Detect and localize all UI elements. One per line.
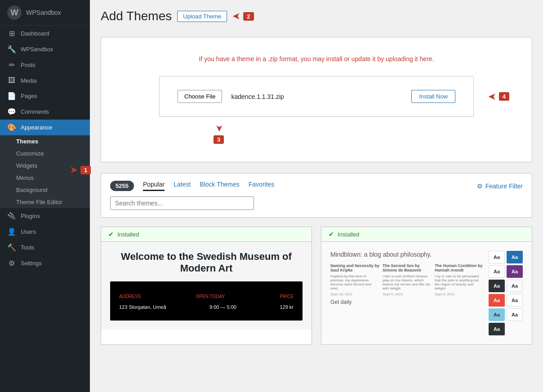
sidebar-item-wpsandbox[interactable]: 🔧 WPSandbox bbox=[0, 41, 90, 57]
sidebar-item-label: Appearance bbox=[21, 124, 52, 131]
aa-box-3: Aa bbox=[489, 265, 505, 278]
tab-block-themes[interactable]: Block Themes bbox=[200, 181, 239, 191]
sidebar-item-media[interactable]: 🖼 Media bbox=[0, 73, 90, 88]
site-name: WPSandbox bbox=[26, 9, 61, 16]
settings-icon: ⚙ bbox=[7, 259, 16, 267]
sidebar-item-themes[interactable]: Themes bbox=[0, 135, 90, 147]
wp-logo-icon: W bbox=[7, 5, 22, 20]
upload-box-wrapper: Choose File kadence.1.1.31.zip Install N… bbox=[115, 76, 518, 117]
tab-favorites[interactable]: Favorites bbox=[249, 181, 275, 191]
sidebar-item-label: Pages bbox=[21, 93, 37, 99]
sidebar-item-dashboard[interactable]: ⊞ Dashboard bbox=[0, 26, 90, 41]
arrow-left-4-icon: ➤ bbox=[488, 91, 496, 102]
article-1-title: Naming and Necessity by Saul Kripke bbox=[330, 263, 379, 272]
page-header: Add Themes Upload Theme ➤ 2 bbox=[101, 9, 532, 23]
main-content: Add Themes Upload Theme ➤ 2 If you have … bbox=[90, 0, 543, 392]
widgets-label: Widgets bbox=[16, 162, 37, 169]
themes-count-badge: 5255 bbox=[110, 181, 134, 191]
sidebar-item-tools[interactable]: 🔨 Tools bbox=[0, 240, 90, 255]
themes-label: Themes bbox=[16, 138, 38, 145]
address-value: 123 Storgatan, Umeå bbox=[119, 304, 166, 310]
preview-table-content: ADDRESS OPEN TODAY PRICE bbox=[119, 290, 294, 303]
site-logo-area: W WPSandbox bbox=[0, 0, 90, 26]
installed-label-2: Installed bbox=[338, 231, 359, 238]
theme-articles-grid: Naming and Necessity by Saul Kripke Insp… bbox=[330, 263, 484, 296]
upload-theme-button[interactable]: Upload Theme bbox=[177, 11, 227, 22]
theme-preview-1: Welcome to the Swedish Museum of Modern … bbox=[101, 242, 312, 330]
sidebar-item-appearance[interactable]: 🎨 Appearance bbox=[0, 120, 90, 135]
upload-section: If you have a theme in a .zip format, yo… bbox=[101, 37, 532, 162]
sidebar-item-label: Media bbox=[21, 77, 36, 84]
sidebar-item-label: Posts bbox=[21, 62, 36, 68]
sidebar-item-settings[interactable]: ⚙ Settings bbox=[0, 255, 90, 271]
annotation-badge-4: 4 bbox=[499, 92, 509, 101]
pages-icon: 📄 bbox=[7, 92, 16, 100]
article-3: The Human Condition by Hannah Arendt I t… bbox=[435, 263, 484, 296]
checkmark-icon-2: ✔ bbox=[329, 231, 334, 238]
theme-2-title: Mindblown: a blog about philosophy. bbox=[330, 251, 484, 258]
annotation-badge-1: 1 bbox=[90, 166, 91, 174]
aa-box-6: Aa bbox=[507, 280, 523, 292]
sidebar-item-users[interactable]: 👤 Users bbox=[0, 224, 90, 240]
sidebar-item-background[interactable]: Background bbox=[0, 184, 90, 196]
plugins-icon: 🔌 bbox=[7, 212, 16, 220]
themes-filter-section: 5255 Popular Latest Block Themes Favorit… bbox=[101, 173, 532, 218]
sidebar-item-menus[interactable]: Menus bbox=[0, 172, 90, 184]
install-now-button[interactable]: Install Now bbox=[411, 90, 455, 103]
preview-data-row: 123 Storgatan, Umeå 9:00 — 5:00 129 kr bbox=[119, 303, 294, 312]
sidebar-item-posts[interactable]: ✏ Posts bbox=[0, 57, 90, 73]
open-today-label: OPEN TODAY bbox=[196, 294, 225, 299]
sidebar-item-comments[interactable]: 💬 Comments bbox=[0, 104, 90, 120]
price-value: 129 kr bbox=[280, 304, 294, 310]
annotation-1-group: ➤ 1 bbox=[90, 164, 91, 176]
article-2-date: Sept 8, 2021 bbox=[383, 292, 432, 296]
search-themes-input[interactable] bbox=[110, 196, 254, 210]
sidebar-item-theme-file-editor[interactable]: Theme File Editor bbox=[0, 196, 90, 208]
checkmark-icon-1: ✔ bbox=[108, 231, 114, 238]
choose-file-button[interactable]: Choose File bbox=[178, 90, 222, 103]
annotation-badge-3: 3 bbox=[214, 135, 224, 144]
filter-tabs-row: 5255 Popular Latest Block Themes Favorit… bbox=[110, 181, 523, 191]
sidebar-item-plugins[interactable]: 🔌 Plugins bbox=[0, 208, 90, 224]
gear-icon: ⚙ bbox=[477, 183, 483, 190]
sidebar-item-widgets[interactable]: Widgets bbox=[0, 160, 90, 172]
theme-file-editor-label: Theme File Editor bbox=[16, 199, 62, 205]
aa-box-4: Aa bbox=[507, 265, 523, 278]
users-icon: 👤 bbox=[7, 227, 16, 236]
article-2: The Second Sex by Simone de Beauvoir I f… bbox=[383, 263, 432, 296]
article-2-body: I feel a cold northern breeze play on my… bbox=[383, 274, 432, 290]
comments-icon: 💬 bbox=[7, 107, 16, 116]
menus-label: Menus bbox=[16, 174, 34, 181]
feature-filter-button[interactable]: ⚙ Feature Filter bbox=[477, 183, 523, 190]
aa-box-2: Aa bbox=[507, 251, 523, 263]
article-1-body: Inspired by this kind of premise, my day… bbox=[330, 274, 380, 290]
aa-box-5: Aa bbox=[489, 280, 505, 292]
aa-box-11: Aa bbox=[489, 323, 505, 335]
tab-latest[interactable]: Latest bbox=[174, 181, 191, 191]
theme-preview-image-1: ADDRESS OPEN TODAY PRICE 123 Storgatan, … bbox=[110, 281, 303, 321]
media-icon: 🖼 bbox=[7, 76, 16, 85]
get-daily-text: Get daily bbox=[330, 299, 484, 305]
aa-box-7: Aa bbox=[489, 294, 505, 307]
installed-label-1: Installed bbox=[117, 231, 139, 238]
sidebar-item-customize[interactable]: Customize bbox=[0, 147, 90, 160]
themes-grid: ✔ Installed Welcome to the Swedish Museu… bbox=[101, 227, 532, 345]
aa-box-8: Aa bbox=[507, 294, 523, 307]
appearance-icon: 🎨 bbox=[7, 123, 16, 132]
theme-color-grid: Aa Aa Aa Aa Aa Aa Aa Aa Aa Aa Aa bbox=[489, 251, 523, 335]
sidebar-item-label: Tools bbox=[21, 244, 34, 251]
upload-box: Choose File kadence.1.1.31.zip Install N… bbox=[159, 76, 474, 117]
sidebar-item-label: Settings bbox=[21, 260, 42, 267]
sidebar-item-label: Dashboard bbox=[21, 30, 49, 37]
upload-info-text: If you have a theme in a .zip format, yo… bbox=[115, 55, 518, 62]
theme-text-left: Mindblown: a blog about philosophy. Nami… bbox=[330, 251, 484, 335]
sidebar-item-label: Users bbox=[21, 228, 36, 235]
wpsandbox-icon: 🔧 bbox=[7, 45, 16, 53]
sidebar-item-pages[interactable]: 📄 Pages bbox=[0, 88, 90, 104]
aa-box-10: Aa bbox=[507, 308, 523, 321]
appearance-submenu: Themes Customize Widgets Menus Backgroun… bbox=[0, 135, 90, 208]
tab-popular[interactable]: Popular bbox=[143, 181, 165, 191]
tools-icon: 🔨 bbox=[7, 243, 16, 252]
customize-label: Customize bbox=[16, 150, 44, 157]
article-2-title: The Second Sex by Simone de Beauvoir bbox=[383, 263, 422, 272]
